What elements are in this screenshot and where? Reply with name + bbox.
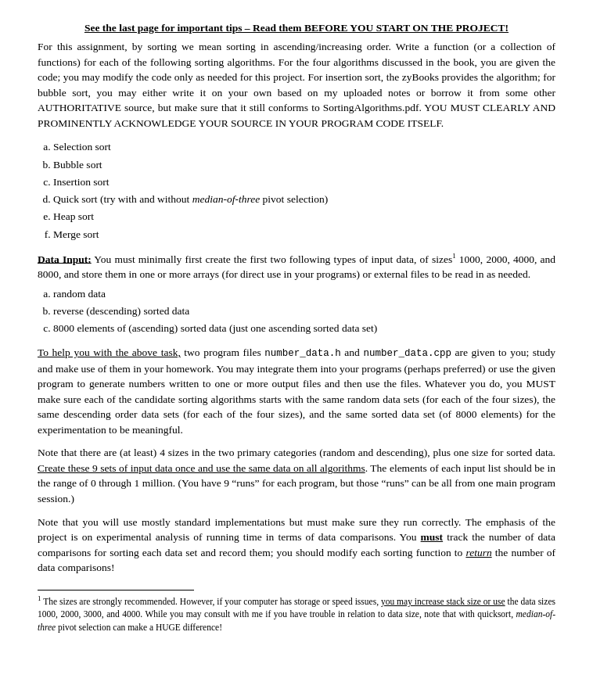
sorting-list: Selection sort Bubble sort Insertion sor… [53, 138, 555, 243]
note2-return: return [465, 547, 491, 558]
list-item: Selection sort [53, 138, 555, 156]
footnote-paragraph: 1 The sizes are strongly recommended. Ho… [38, 594, 555, 634]
note2-section: Note that you will use mostly standard i… [38, 515, 555, 576]
note2-paragraph: Note that you will use mostly standard i… [38, 515, 555, 576]
data-input-section: Data Input: You must minimally first cre… [38, 251, 555, 337]
document-container: See the last page for important tips – R… [38, 22, 555, 634]
data-input-list: random data reverse (descending) sorted … [53, 285, 555, 338]
note1-underline: Create these 9 sets of input data once a… [38, 462, 365, 474]
helper-underline-text: To help you with the above task, [38, 346, 181, 358]
data-input-paragraph: Data Input: You must minimally first cre… [38, 251, 555, 282]
note1-section: Note that there are (at least) 4 sizes i… [38, 445, 555, 506]
page-title: See the last page for important tips – R… [38, 22, 555, 34]
sorting-list-section: Selection sort Bubble sort Insertion sor… [38, 138, 555, 243]
list-item: random data [53, 285, 555, 303]
list-item: Quick sort (try with and without median-… [53, 191, 555, 208]
note1-paragraph: Note that there are (at least) 4 sizes i… [38, 445, 555, 506]
footnote-divider [38, 590, 194, 591]
list-item: reverse (descending) sorted data [53, 303, 555, 320]
list-item: Bubble sort [53, 156, 555, 174]
intro-section: For this assignment, by sorting we mean … [38, 39, 555, 131]
list-item: Merge sort [53, 226, 555, 243]
intro-paragraph: For this assignment, by sorting we mean … [38, 39, 555, 131]
list-item: Heap sort [53, 208, 555, 225]
data-input-title: Data Input: [38, 253, 92, 264]
helper-paragraph: To help you with the above task, two pro… [38, 345, 555, 437]
code-number-data-cpp: number_data.cpp [363, 348, 451, 359]
code-number-data-h: number_data.h [264, 348, 341, 359]
note2-must: must [421, 531, 444, 543]
italic-text: median-of-three [192, 193, 260, 205]
list-item: 8000 elements of (ascending) sorted data… [53, 320, 555, 337]
footnote-underline: you may increase stack size or use [381, 597, 505, 606]
list-item: Insertion sort [53, 174, 555, 191]
helper-section: To help you with the above task, two pro… [38, 345, 555, 437]
